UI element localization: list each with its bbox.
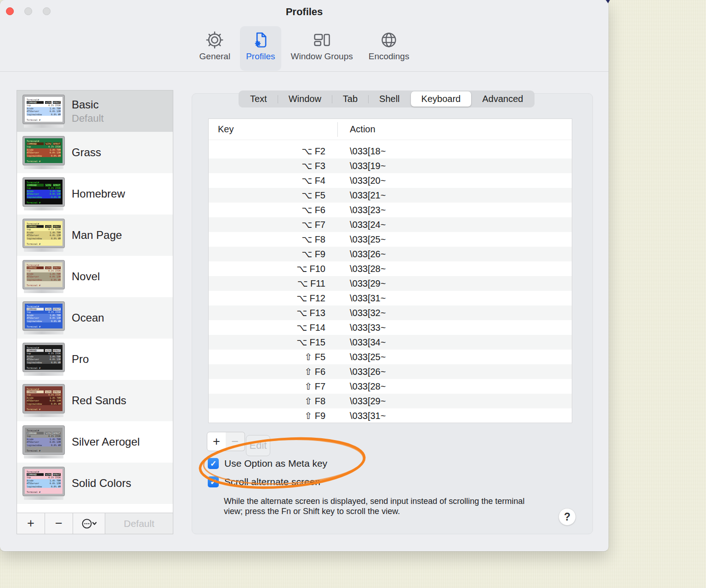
table-row[interactable]: ⌥ F11\033[29~ bbox=[209, 276, 572, 291]
toolbar-item-general[interactable]: General bbox=[194, 26, 237, 71]
window-title: Profiles bbox=[0, 0, 609, 18]
table-row[interactable]: ⌥ F5\033[21~ bbox=[209, 188, 572, 203]
profile-thumbnail: Terminal#COMMAND%CPURPRVTtop4.1%231KXcod… bbox=[23, 302, 64, 334]
tab-shell[interactable]: Shell bbox=[369, 91, 410, 107]
toolbar-item-encodings[interactable]: Encodings bbox=[363, 26, 416, 71]
help-button[interactable]: ? bbox=[558, 508, 576, 526]
checkmark-icon: ✓ bbox=[210, 459, 216, 469]
edit-key-button[interactable]: Edit bbox=[246, 435, 270, 456]
remove-key-button[interactable]: − bbox=[226, 432, 245, 451]
profile-row-solid-colors[interactable]: Terminal#COMMAND%CPURPRVTtop4.1%231KXcod… bbox=[17, 463, 173, 504]
profile-thumbnail: Terminal#COMMAND%CPURPRVTtop4.1%231KXcod… bbox=[23, 426, 64, 458]
use-option-as-meta-row: ✓ Use Option as Meta key bbox=[208, 458, 327, 469]
profile-row-basic[interactable]: Terminal#COMMAND%CPURPRVTtop4.1%231KXcod… bbox=[17, 90, 173, 132]
table-row[interactable]: ⇧ F6\033[26~ bbox=[209, 364, 572, 379]
table-row[interactable]: ⌥ F6\033[23~ bbox=[209, 203, 572, 217]
profile-name: Man Page bbox=[72, 229, 122, 242]
table-row[interactable]: ⌥ F10\033[28~ bbox=[209, 261, 572, 276]
profile-document-icon bbox=[251, 30, 270, 50]
tab-text[interactable]: Text bbox=[239, 91, 278, 107]
profile-row-man-page[interactable]: Terminal#COMMAND%CPURPRVTtop4.1%231KXcod… bbox=[17, 215, 173, 256]
zoom-button[interactable] bbox=[43, 7, 51, 15]
toolbar-divider bbox=[0, 71, 609, 72]
toolbar-item-window-groups[interactable]: Window Groups bbox=[285, 26, 359, 71]
scroll-alternate-screen-checkbox[interactable]: ✓ bbox=[208, 476, 219, 487]
profile-list-actions: + − Default bbox=[17, 513, 173, 534]
titlebar: Profiles bbox=[0, 0, 609, 22]
table-row[interactable]: ⌥ F2\033[18~ bbox=[209, 144, 572, 158]
profile-thumbnail: Terminal#COMMAND%CPURPRVTtop4.1%231KXcod… bbox=[23, 178, 64, 210]
toolbar-item-profiles[interactable]: Profiles bbox=[240, 26, 281, 71]
profile-name: Grass bbox=[72, 146, 101, 159]
profile-thumbnail: Terminal#COMMAND%CPURPRVTtop4.1%231KXcod… bbox=[23, 136, 64, 169]
add-profile-button[interactable]: + bbox=[17, 513, 45, 534]
profile-row-homebrew[interactable]: Terminal#COMMAND%CPURPRVTtop4.1%231KXcod… bbox=[17, 173, 173, 215]
remove-profile-button[interactable]: − bbox=[45, 513, 73, 534]
profile-thumbnail: Terminal#COMMAND%CPURPRVTtop4.1%231KXcod… bbox=[23, 95, 64, 128]
profile-thumbnail: Terminal#COMMAND%CPURPRVTtop4.1%231KXcod… bbox=[23, 260, 64, 293]
toolbar-item-label: Encodings bbox=[369, 51, 410, 62]
profile-thumbnail: Terminal#COMMAND%CPURPRVTtop4.1%231KXcod… bbox=[23, 343, 64, 376]
toolbar-item-label: General bbox=[199, 51, 231, 62]
profile-name: Novel bbox=[72, 270, 100, 283]
profile-name: Solid Colors bbox=[72, 477, 131, 490]
window-groups-icon bbox=[312, 30, 332, 50]
table-row[interactable]: ⌥ F12\033[31~ bbox=[209, 291, 572, 305]
profile-row-grass[interactable]: Terminal#COMMAND%CPURPRVTtop4.1%231KXcod… bbox=[17, 132, 173, 173]
more-actions-button[interactable] bbox=[73, 513, 105, 534]
profile-name: Basic bbox=[72, 98, 104, 111]
table-row[interactable]: ⇧ F9\033[31~ bbox=[209, 408, 572, 423]
profile-row-red-sands[interactable]: Terminal#COMMAND%CPURPRVTtop4.1%231KXcod… bbox=[17, 380, 173, 421]
table-row[interactable]: ⌥ F9\033[26~ bbox=[209, 247, 572, 261]
table-header: Key Action bbox=[209, 119, 572, 140]
preferences-toolbar: General Profiles bbox=[0, 22, 609, 71]
profile-thumbnail: Terminal#COMMAND%CPURPRVTtop4.1%231KXcod… bbox=[23, 384, 64, 417]
desktop: { "window": { "title": "Profiles" }, "to… bbox=[0, 0, 706, 588]
table-row[interactable]: ⌥ F4\033[20~ bbox=[209, 173, 572, 188]
key-mapping-table: Key Action ⌥ F2\033[18~ ⌥ F3\033[19~ ⌥ F… bbox=[208, 119, 572, 423]
alternate-screen-description: While the alternate screen is displayed,… bbox=[224, 496, 530, 516]
tab-tab[interactable]: Tab bbox=[332, 91, 368, 107]
checkbox-label: Scroll alternate screen bbox=[224, 476, 320, 487]
minimize-button[interactable] bbox=[24, 7, 32, 15]
tab-keyboard[interactable]: Keyboard bbox=[411, 91, 472, 107]
scroll-alternate-screen-row: ✓ Scroll alternate screen bbox=[208, 476, 320, 487]
table-row[interactable]: ⇧ F7\033[28~ bbox=[209, 379, 572, 394]
profile-name: Homebrew bbox=[72, 187, 125, 200]
tab-advanced[interactable]: Advanced bbox=[472, 91, 534, 107]
table-row[interactable]: ⌥ F3\033[19~ bbox=[209, 158, 572, 173]
table-row[interactable]: ⇧ F5\033[25~ bbox=[209, 350, 572, 364]
profile-row-silver-aerogel[interactable]: Terminal#COMMAND%CPURPRVTtop4.1%231KXcod… bbox=[17, 421, 173, 463]
checkbox-label: Use Option as Meta key bbox=[224, 458, 327, 469]
preferences-window: Profiles General bbox=[0, 0, 609, 551]
toolbar-item-label: Profiles bbox=[246, 51, 275, 62]
table-row[interactable]: ⌥ F15\033[34~ bbox=[209, 335, 572, 350]
profile-name: Pro bbox=[72, 353, 89, 366]
checkmark-icon: ✓ bbox=[210, 477, 216, 487]
default-button[interactable]: Default bbox=[105, 513, 173, 534]
profile-name: Red Sands bbox=[72, 394, 126, 407]
table-row[interactable]: ⌥ F13\033[32~ bbox=[209, 305, 572, 320]
profile-thumbnail: Terminal#COMMAND%CPURPRVTtop4.1%231KXcod… bbox=[23, 219, 64, 252]
profile-row-pro[interactable]: Terminal#COMMAND%CPURPRVTtop4.1%231KXcod… bbox=[17, 339, 173, 380]
table-row[interactable]: ⌥ F14\033[33~ bbox=[209, 320, 572, 335]
add-key-button[interactable]: + bbox=[207, 432, 226, 451]
profile-row-ocean[interactable]: Terminal#COMMAND%CPURPRVTtop4.1%231KXcod… bbox=[17, 297, 173, 339]
profile-subtitle: Default bbox=[72, 113, 104, 124]
close-button[interactable] bbox=[6, 7, 14, 15]
column-header-action[interactable]: Action bbox=[337, 124, 376, 135]
toolbar-item-label: Window Groups bbox=[291, 51, 353, 62]
profile-thumbnail: Terminal#COMMAND%CPURPRVTtop4.1%231KXcod… bbox=[23, 467, 64, 500]
tab-window[interactable]: Window bbox=[278, 91, 332, 107]
use-option-as-meta-checkbox[interactable]: ✓ bbox=[208, 458, 219, 469]
gear-icon bbox=[205, 30, 224, 50]
table-row[interactable]: ⇧ F8\033[29~ bbox=[209, 394, 572, 408]
globe-icon bbox=[380, 30, 398, 50]
profile-list: Terminal#COMMAND%CPURPRVTtop4.1%231KXcod… bbox=[17, 90, 173, 513]
table-row[interactable]: ⌥ F8\033[25~ bbox=[209, 232, 572, 247]
profile-tabs: Text Window Tab Shell Keyboard Advanced bbox=[239, 90, 535, 107]
column-divider[interactable] bbox=[337, 122, 338, 137]
table-row[interactable]: ⌥ F7\033[24~ bbox=[209, 217, 572, 232]
column-header-key[interactable]: Key bbox=[209, 124, 337, 135]
profile-row-novel[interactable]: Terminal#COMMAND%CPURPRVTtop4.1%231KXcod… bbox=[17, 256, 173, 297]
